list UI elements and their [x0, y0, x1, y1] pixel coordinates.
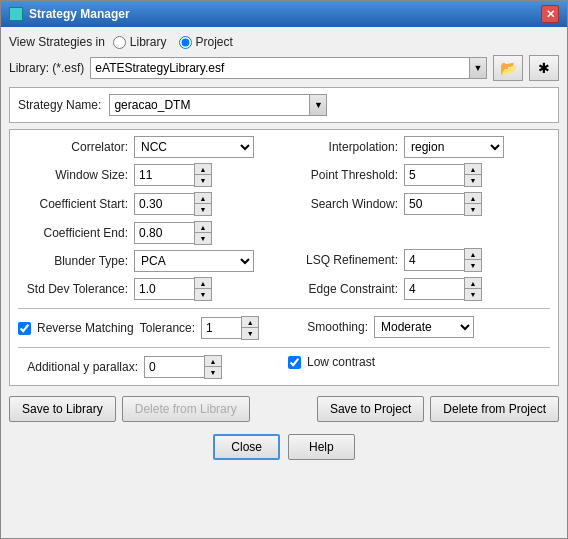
- additional-y-spinner: ▲ ▼: [144, 355, 222, 379]
- coefficient-start-down[interactable]: ▼: [195, 204, 211, 215]
- coefficient-end-up[interactable]: ▲: [195, 222, 211, 233]
- smoothing-select[interactable]: None Low Moderate High: [374, 316, 474, 338]
- tolerance-up[interactable]: ▲: [242, 317, 258, 328]
- additional-y-up[interactable]: ▲: [205, 356, 221, 367]
- save-to-library-button[interactable]: Save to Library: [9, 396, 116, 422]
- std-dev-spinner-btns: ▲ ▼: [194, 277, 212, 301]
- delete-from-project-button[interactable]: Delete from Project: [430, 396, 559, 422]
- library-label: Library: (*.esf): [9, 61, 84, 75]
- interpolation-select[interactable]: region linear bicubic: [404, 136, 504, 158]
- project-radio-label[interactable]: Project: [196, 35, 233, 49]
- lsq-refinement-label: LSQ Refinement:: [288, 253, 398, 267]
- bottom-buttons-row: Save to Library Delete from Library Save…: [9, 392, 559, 424]
- search-window-up[interactable]: ▲: [465, 193, 481, 204]
- search-window-down[interactable]: ▼: [465, 204, 481, 215]
- parameters-columns: Correlator: NCC LSQR Feature Window Size…: [18, 136, 550, 301]
- strategy-name-dropdown-button[interactable]: ▼: [309, 94, 327, 116]
- lsq-refinement-spinner-btns: ▲ ▼: [464, 248, 482, 272]
- tolerance-down[interactable]: ▼: [242, 328, 258, 339]
- strategy-name-input[interactable]: [109, 94, 309, 116]
- lsq-refinement-input[interactable]: [404, 249, 464, 271]
- right-column: Interpolation: region linear bicubic Poi…: [288, 136, 550, 301]
- lsq-refinement-up[interactable]: ▲: [465, 249, 481, 260]
- coefficient-end-spinner: ▲ ▼: [134, 221, 212, 245]
- additional-y-label: Additional y parallax:: [18, 360, 138, 374]
- std-dev-up[interactable]: ▲: [195, 278, 211, 289]
- coefficient-start-row: Coefficient Start: ▲ ▼: [18, 192, 280, 216]
- point-threshold-label: Point Threshold:: [288, 168, 398, 182]
- additional-y-spinner-btns: ▲ ▼: [204, 355, 222, 379]
- coefficient-start-input[interactable]: [134, 193, 194, 215]
- library-radio-item[interactable]: Library: [113, 35, 167, 49]
- point-threshold-spinner: ▲ ▼: [404, 163, 482, 187]
- search-window-label: Search Window:: [288, 197, 398, 211]
- low-contrast-checkbox[interactable]: [288, 356, 301, 369]
- blunder-type-row: Blunder Type: PCA Median None: [18, 250, 280, 272]
- coefficient-end-spinner-btns: ▲ ▼: [194, 221, 212, 245]
- std-dev-down[interactable]: ▼: [195, 289, 211, 300]
- edge-constraint-down[interactable]: ▼: [465, 289, 481, 300]
- right-buttons: Save to Project Delete from Project: [317, 396, 559, 422]
- reverse-matching-label[interactable]: Reverse Matching: [37, 321, 134, 335]
- left-buttons: Save to Library Delete from Library: [9, 396, 250, 422]
- window-size-row: Window Size: ▲ ▼: [18, 163, 280, 187]
- help-button[interactable]: Help: [288, 434, 355, 460]
- library-folder-button[interactable]: 📂: [493, 55, 523, 81]
- reverse-matching-row: Reverse Matching Tolerance: ▲ ▼: [18, 316, 280, 340]
- search-window-spinner: ▲ ▼: [404, 192, 482, 216]
- tolerance-spinner: ▲ ▼: [201, 316, 259, 340]
- library-new-button[interactable]: ✱: [529, 55, 559, 81]
- edge-constraint-up[interactable]: ▲: [465, 278, 481, 289]
- tolerance-label: Tolerance:: [140, 321, 195, 335]
- additional-y-col: Additional y parallax: ▲ ▼: [18, 355, 280, 379]
- project-radio[interactable]: [179, 36, 192, 49]
- interpolation-label: Interpolation:: [288, 140, 398, 154]
- tolerance-input[interactable]: [201, 317, 241, 339]
- coefficient-end-down[interactable]: ▼: [195, 233, 211, 244]
- view-strategies-label: View Strategies in: [9, 35, 105, 49]
- window-close-button[interactable]: ✕: [541, 5, 559, 23]
- window-size-input[interactable]: [134, 164, 194, 186]
- project-radio-item[interactable]: Project: [179, 35, 233, 49]
- additional-y-down[interactable]: ▼: [205, 367, 221, 378]
- close-button[interactable]: Close: [213, 434, 280, 460]
- interpolation-row: Interpolation: region linear bicubic: [288, 136, 550, 158]
- window-size-up[interactable]: ▲: [195, 164, 211, 175]
- correlator-select[interactable]: NCC LSQR Feature: [134, 136, 254, 158]
- library-input[interactable]: [90, 57, 469, 79]
- search-window-spinner-btns: ▲ ▼: [464, 192, 482, 216]
- coefficient-start-spinner-btns: ▲ ▼: [194, 192, 212, 216]
- lsq-refinement-down[interactable]: ▼: [465, 260, 481, 271]
- view-strategies-row: View Strategies in Library Project: [9, 35, 559, 49]
- blunder-type-select[interactable]: PCA Median None: [134, 250, 254, 272]
- coefficient-end-label: Coefficient End:: [18, 226, 128, 240]
- reverse-matching-checkbox[interactable]: [18, 322, 31, 335]
- delete-from-library-button[interactable]: Delete from Library: [122, 396, 250, 422]
- app-icon: [9, 7, 23, 21]
- window-title: Strategy Manager: [29, 7, 130, 21]
- title-bar: Strategy Manager ✕: [1, 1, 567, 27]
- point-threshold-row: Point Threshold: ▲ ▼: [288, 163, 550, 187]
- edge-constraint-input[interactable]: [404, 278, 464, 300]
- save-to-project-button[interactable]: Save to Project: [317, 396, 424, 422]
- correlator-label: Correlator:: [18, 140, 128, 154]
- smoothing-row: Smoothing: None Low Moderate High: [288, 316, 550, 338]
- low-contrast-label[interactable]: Low contrast: [307, 355, 375, 369]
- window-size-down[interactable]: ▼: [195, 175, 211, 186]
- coefficient-end-input[interactable]: [134, 222, 194, 244]
- std-dev-input[interactable]: [134, 278, 194, 300]
- window-size-spinner-btns: ▲ ▼: [194, 163, 212, 187]
- point-threshold-input[interactable]: [404, 164, 464, 186]
- library-dropdown-button[interactable]: ▼: [469, 57, 487, 79]
- additional-y-input[interactable]: [144, 356, 204, 378]
- library-radio[interactable]: [113, 36, 126, 49]
- search-window-input[interactable]: [404, 193, 464, 215]
- final-buttons-row: Close Help: [9, 430, 559, 460]
- library-radio-label[interactable]: Library: [130, 35, 167, 49]
- left-column: Correlator: NCC LSQR Feature Window Size…: [18, 136, 280, 301]
- point-threshold-up[interactable]: ▲: [465, 164, 481, 175]
- coefficient-start-up[interactable]: ▲: [195, 193, 211, 204]
- point-threshold-down[interactable]: ▼: [465, 175, 481, 186]
- point-threshold-spinner-btns: ▲ ▼: [464, 163, 482, 187]
- library-row: Library: (*.esf) ▼ 📂 ✱: [9, 55, 559, 81]
